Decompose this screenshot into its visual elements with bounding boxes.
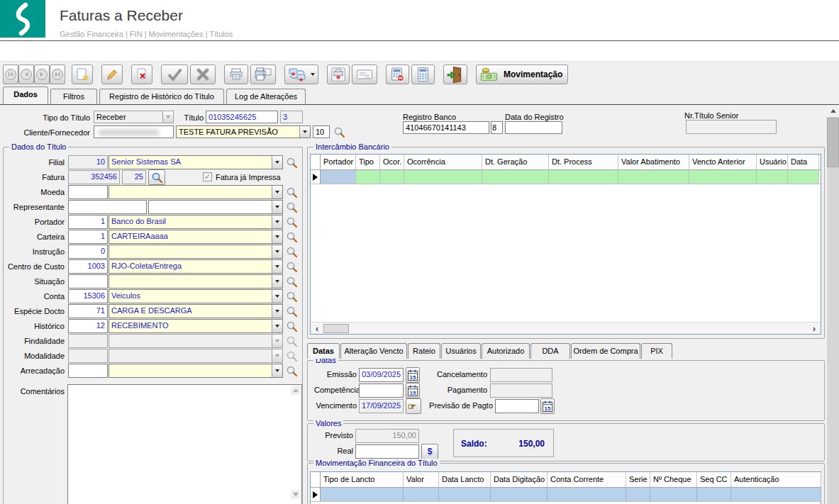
emissao-input[interactable]: 03/09/2025: [359, 368, 404, 382]
tipo-de-lancto-column-header[interactable]: Tipo de Lancto: [321, 472, 404, 487]
dropdown-button[interactable]: [272, 201, 282, 213]
new-record-button[interactable]: [72, 65, 93, 84]
mov-financeira-empty-row[interactable]: [311, 488, 821, 502]
ocor-column-header[interactable]: Ocor.: [380, 155, 404, 169]
cliente-search-icon[interactable]: [333, 126, 345, 138]
previsao-calendar-button[interactable]: 15: [540, 398, 555, 414]
tab-autorizado[interactable]: Autorizado: [482, 343, 530, 359]
intercambio-hscrollbar[interactable]: ‹ ›: [311, 322, 821, 334]
data-do-registro-input[interactable]: [505, 121, 562, 134]
tab-rateio[interactable]: Rateio: [408, 343, 440, 359]
tab-ordem-de-compra[interactable]: Ordem de Compra: [571, 343, 640, 359]
comentarios-scroll-down-button[interactable]: [291, 490, 301, 499]
competencia-input[interactable]: [359, 383, 404, 398]
scroll-left-button[interactable]: ‹: [312, 324, 322, 333]
cliente-nome-select[interactable]: TESTE FATURA PREVISÃO: [176, 125, 311, 138]
data-digitacao-column-header[interactable]: Data Digitação: [491, 472, 548, 487]
especie-docto-desc-select[interactable]: CARGA E DESCARGA: [109, 304, 283, 318]
arrecadacao-search-icon[interactable]: [286, 365, 298, 377]
situacao-search-icon[interactable]: [286, 276, 298, 288]
representante-desc-select[interactable]: [148, 200, 283, 214]
dropdown-button[interactable]: [272, 275, 282, 288]
historico-search-icon[interactable]: [286, 320, 298, 332]
tab-usuarios[interactable]: Usuários: [441, 343, 481, 359]
comentarios-scroll-up-button[interactable]: [291, 386, 301, 395]
intercambio-empty-row[interactable]: [311, 170, 821, 184]
centro-de-custo-code-input[interactable]: 1003: [68, 259, 108, 274]
currency-button[interactable]: $: [421, 444, 438, 459]
seq-cc-column-header[interactable]: Seq CC: [697, 472, 731, 487]
tab-dda[interactable]: DDA: [530, 343, 570, 359]
tab-datas[interactable]: Datas: [307, 343, 340, 359]
arrecadacao-desc-select[interactable]: [109, 364, 283, 378]
competencia-calendar-button[interactable]: 15: [406, 383, 420, 398]
tab-pix[interactable]: PIX: [641, 343, 672, 359]
vscroll-thumb[interactable]: [827, 118, 839, 167]
print-button[interactable]: [224, 65, 248, 84]
vencimento-hand-button[interactable]: ☞: [406, 398, 421, 414]
situacao-code-input[interactable]: [68, 274, 108, 289]
representante-code-input[interactable]: [68, 200, 147, 214]
delete-record-button[interactable]: [131, 65, 152, 84]
dropdown-button[interactable]: [272, 290, 282, 303]
moeda-search-icon[interactable]: [286, 186, 298, 198]
tab-dados[interactable]: Dados: [3, 86, 48, 104]
moeda-desc-select[interactable]: [109, 185, 283, 199]
instrucao-desc-select[interactable]: [109, 245, 283, 259]
especie-docto-code-input[interactable]: 71: [68, 304, 108, 318]
autenticacao-column-header[interactable]: Autenticação: [731, 472, 821, 487]
representante-search-icon[interactable]: [286, 201, 298, 213]
dropdown-button[interactable]: [272, 215, 282, 228]
carteira-desc-select[interactable]: CARTEIRAaaaa: [109, 230, 283, 244]
dropdown-button[interactable]: [272, 156, 282, 169]
filial-desc-select[interactable]: Senior Sistemas SA: [109, 155, 283, 169]
calculator-remove-button[interactable]: [386, 65, 409, 84]
dt-geracao-column-header[interactable]: Dt. Geração: [482, 155, 549, 169]
real-input[interactable]: [355, 444, 419, 459]
centro-de-custo-search-icon[interactable]: [286, 261, 298, 273]
scroll-right-button[interactable]: ›: [809, 324, 819, 333]
dropdown-button[interactable]: [272, 320, 282, 332]
arrecadacao-code-input[interactable]: [68, 364, 108, 378]
dropdown-button[interactable]: [272, 305, 282, 318]
previsao-de-pagto-input[interactable]: [495, 399, 539, 413]
fatura-search-button[interactable]: [148, 169, 165, 185]
dropdown-button[interactable]: [272, 186, 282, 198]
dropdown-button[interactable]: [272, 230, 282, 243]
hscroll-thumb[interactable]: [323, 324, 349, 333]
usuario-column-header[interactable]: Usuário: [757, 155, 788, 169]
nav-last-button[interactable]: [50, 65, 65, 84]
cancel-button[interactable]: [190, 65, 216, 84]
nav-first-button[interactable]: [3, 65, 18, 84]
dropdown-button[interactable]: [272, 245, 282, 258]
dt-process-column-header[interactable]: Dt. Process: [549, 155, 618, 169]
portador-search-icon[interactable]: [286, 216, 298, 228]
cheque-button[interactable]: [352, 65, 377, 84]
filial-search-icon[interactable]: [286, 157, 298, 169]
conta-code-input[interactable]: 15306: [68, 289, 108, 303]
historico-code-input[interactable]: 12: [68, 319, 108, 333]
confirm-button[interactable]: [161, 65, 188, 84]
registro-digito-input[interactable]: 8: [491, 121, 503, 134]
instrucao-code-input[interactable]: 0: [68, 245, 108, 259]
portador-column-header[interactable]: Portador: [321, 155, 356, 169]
valor-abatimento-column-header[interactable]: Valor Abatimento: [618, 155, 689, 169]
vencto-anterior-column-header[interactable]: Vencto Anterior: [689, 155, 757, 169]
dropdown-button[interactable]: [299, 126, 310, 138]
situacao-desc-select[interactable]: [109, 274, 283, 289]
data-column-header[interactable]: Data: [788, 155, 819, 169]
dropdown-button[interactable]: [272, 260, 282, 273]
tab-log-de-alteracoes[interactable]: Log de Alterações: [226, 89, 306, 104]
portador-desc-select[interactable]: Banco do Brasil: [109, 215, 283, 229]
nav-previous-button[interactable]: [18, 65, 34, 84]
data-lancto-column-header[interactable]: Data Lancto: [439, 472, 491, 487]
historico-desc-select[interactable]: RECEBIMENTO: [109, 319, 283, 333]
instrucao-search-icon[interactable]: [286, 246, 298, 258]
conta-corrente-column-header[interactable]: Conta Corrente: [548, 472, 626, 487]
ocorrencia-column-header[interactable]: Ocorrência: [404, 155, 482, 169]
especie-docto-search-icon[interactable]: [286, 306, 298, 318]
portador-code-input[interactable]: 1: [68, 215, 108, 229]
titulo-input[interactable]: 01035245625: [206, 111, 278, 123]
print-preview-button[interactable]: [250, 65, 276, 84]
scroll-up-button[interactable]: [827, 105, 839, 117]
